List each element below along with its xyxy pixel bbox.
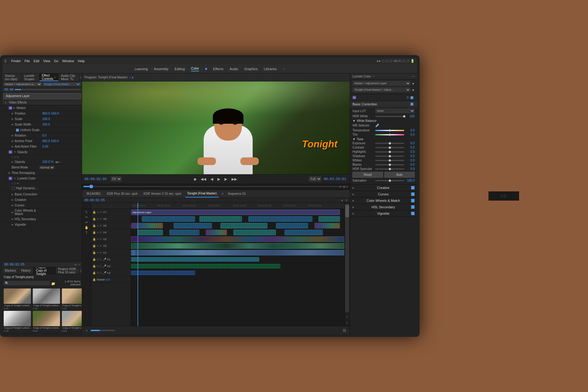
add-to-sequence-btn[interactable]: + <box>347 185 349 189</box>
color-wheels-sub[interactable]: ▶ Color Wheels & Match <box>2 208 82 217</box>
creative-checkbox[interactable] <box>411 186 415 190</box>
basic-correction-sub[interactable]: ▶ Basic Correction <box>2 192 82 197</box>
clip-item-6[interactable]: Copy of Tonight Linked... 0:19 <box>62 311 82 332</box>
whites-value[interactable]: 0.0 <box>405 159 415 162</box>
wb-expand-arrow[interactable]: ▼ <box>352 119 356 123</box>
timeline-tab-5[interactable]: Sequence 01 <box>226 190 248 198</box>
tab-project-kdr[interactable]: Project: KDR Plus 15 secc <box>56 267 80 274</box>
tab-project-copy[interactable]: Project: Copy of Tonight <box>33 267 56 274</box>
vignette-checkbox[interactable] <box>411 212 415 215</box>
tone-expand-arrow[interactable]: ▼ <box>352 138 356 141</box>
timeline-tab-3[interactable]: KDR Version 3 15 sec. spot <box>142 190 183 198</box>
hsl-secondary-header[interactable]: ▶ HSL Secondary <box>352 205 415 209</box>
contrast-value[interactable]: 0.0 <box>405 146 415 149</box>
pos-value2[interactable]: 540.0 <box>51 112 59 115</box>
timeline-tab-4[interactable]: Tonight (Final Master) <box>185 190 219 198</box>
exposure-value[interactable]: 0.0 <box>405 141 415 145</box>
hand-tool[interactable]: ✋ <box>85 226 89 230</box>
vignette-sub[interactable]: ▶ Vignette <box>2 222 82 228</box>
highlights-value[interactable]: 0.0 <box>405 150 415 153</box>
link-btn[interactable]: ⛓ <box>341 328 347 333</box>
a1-clip[interactable] <box>131 257 259 262</box>
v5-clip-4[interactable] <box>276 223 308 228</box>
timeline-tool-2[interactable]: ⚙ <box>345 198 347 202</box>
tab-color[interactable]: Color <box>191 66 199 71</box>
tab-graphics[interactable]: Graphics <box>244 67 258 71</box>
v2-full-clip[interactable] <box>131 243 344 249</box>
bc-enable-checkbox[interactable] <box>410 103 413 106</box>
monitor-scrubber[interactable]: ↺ ⊞ + <box>82 183 350 190</box>
project-panel-menu[interactable]: » <box>80 269 82 273</box>
tab-effects[interactable]: Effects <box>213 67 223 71</box>
tab-libraries[interactable]: Libraries <box>264 67 277 71</box>
curves-sub[interactable]: ▶ Curves <box>2 203 82 208</box>
tint-value[interactable]: 0.0 <box>405 133 415 136</box>
pos-expand[interactable]: ▶ <box>12 112 13 115</box>
folder-icon[interactable]: 📁 <box>51 282 55 286</box>
vignette-header[interactable]: ▶ Vignette <box>352 212 415 215</box>
uniform-scale-checkbox[interactable] <box>16 129 19 132</box>
blacks-value[interactable]: 0.0 <box>405 163 415 166</box>
ec-target-select[interactable]: Master * Adjustment La... <box>4 82 42 86</box>
tab-history[interactable]: History <box>19 267 33 274</box>
tab-audio-clip-mixer[interactable]: Audio Clip Mixer: To <box>58 74 80 81</box>
contrast-slider[interactable] <box>375 147 404 148</box>
razor-tool[interactable]: ✂ <box>85 215 88 219</box>
v1-full-clip[interactable] <box>131 250 344 255</box>
fit-dropdown[interactable]: Fit <box>111 176 122 182</box>
frame-forward-btn[interactable]: ▶▶ <box>230 176 238 182</box>
lumetri-enable-checkbox[interactable] <box>410 96 413 99</box>
blend-mode-select[interactable]: Normal <box>39 166 55 169</box>
scrubber-handle[interactable] <box>89 185 93 188</box>
scroll-track[interactable] <box>345 204 349 312</box>
whites-slider[interactable] <box>375 160 404 161</box>
tab-source[interactable]: Source: (no clips) <box>2 74 22 81</box>
v5-clip-1[interactable] <box>131 223 163 228</box>
zoom-in-btn[interactable]: S <box>346 315 348 318</box>
hdr-specular-slider[interactable] <box>375 168 404 170</box>
layer-dropdown-icon[interactable]: ▼ <box>412 82 415 85</box>
step-forward-btn[interactable]: ▶ <box>223 176 228 182</box>
step-back-btn[interactable]: ◀ <box>209 176 214 182</box>
creative-header[interactable]: ▶ Creative <box>352 186 415 190</box>
lumetri-settings-icon[interactable]: ⚙ <box>406 96 409 100</box>
program-select[interactable]: Tonight (Final Master) * Adjust... <box>352 87 410 92</box>
tab-learning[interactable]: Learning <box>135 67 148 71</box>
clip-item-2[interactable]: Copy of Tonight Linked... 2:19 <box>33 288 61 310</box>
hdr-white-slider[interactable] <box>375 116 404 117</box>
v4-clip-4[interactable] <box>233 230 276 235</box>
eyedropper-icon[interactable]: 💉 <box>375 123 380 127</box>
timeline-tab-1[interactable]: 961A69B1 <box>85 190 103 198</box>
a2-clip[interactable] <box>131 264 280 268</box>
edit-menu[interactable]: Edit <box>34 59 40 63</box>
shadows-slider[interactable] <box>375 156 404 157</box>
motion-expand[interactable]: ▶ <box>13 107 15 109</box>
hsl-secondary-checkbox[interactable] <box>411 205 415 209</box>
input-lut-select[interactable]: None <box>375 108 415 113</box>
clip-item-1[interactable]: Copy of Tonight Linked... 1:04 <box>4 288 32 310</box>
v3-multi-clip[interactable] <box>131 236 344 242</box>
v4-clip-2[interactable] <box>169 230 199 235</box>
hsl-secondary-sub[interactable]: ▶ HSL Secondary <box>2 217 82 222</box>
ec-timeline-bar[interactable] <box>15 89 80 90</box>
v6-clip-3[interactable] <box>248 216 312 222</box>
saturation-value[interactable]: 100.0 <box>405 179 415 182</box>
anchor-value1[interactable]: 960.0 <box>42 139 50 143</box>
reset-button[interactable]: Reset <box>352 172 383 178</box>
go-menu[interactable]: Go <box>54 59 58 63</box>
color-wheels-checkbox[interactable] <box>411 199 415 202</box>
select-tool[interactable]: ↖ <box>85 210 88 214</box>
clip-item-5[interactable]: Copy of Tonight Linked... 0:16 <box>33 311 61 332</box>
scale-value[interactable]: 100.0 <box>42 117 50 121</box>
play-btn[interactable]: ▶ <box>216 176 221 182</box>
tab-markers[interactable]: Markers <box>2 267 19 274</box>
v5-clip-3[interactable] <box>221 223 267 228</box>
v6-clip-1[interactable] <box>142 216 195 222</box>
pos-value1[interactable]: 960.0 <box>42 112 50 115</box>
timeline-tab-2[interactable]: KDR Plus 30 sec. spot <box>105 190 139 198</box>
tab-effect-controls[interactable]: Effect Controls ≡ <box>40 74 59 81</box>
tint-slider[interactable] <box>375 134 404 135</box>
program-dropdown-icon[interactable]: ▼ <box>412 89 415 92</box>
ec-program-select[interactable]: Tonight (Final Maste... <box>43 82 81 86</box>
clip-item-3[interactable]: Copy of Tonight Linked... 1:22 <box>62 288 82 310</box>
